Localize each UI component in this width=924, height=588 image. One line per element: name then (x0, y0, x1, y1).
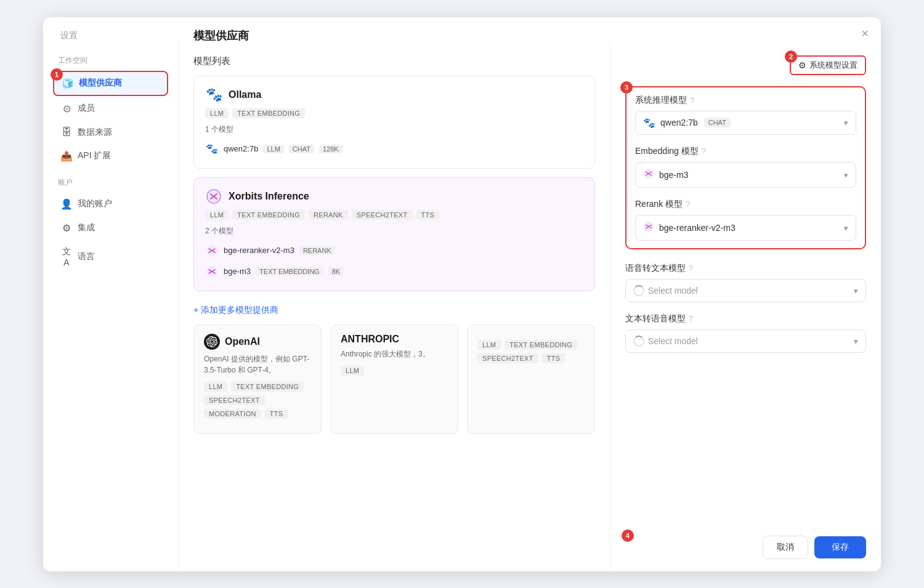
modal-body: 工作空间 1 🧊 模型供应商 ⊙ 成员 🗄 数据来源 📤 API 扩展 账户 (43, 43, 881, 571)
xorbits-tag-tts: TTS (416, 210, 440, 220)
openai-tag-llm: LLM (204, 382, 227, 392)
sidebar-item-label-members: 成员 (78, 103, 95, 114)
anthropic-card: ANTHROPIC Anthropic 的强大模型，3。 LLM (330, 324, 458, 434)
save-button[interactable]: 保存 (814, 536, 866, 558)
inference-model-select-wrapper[interactable]: 🐾 qwen2:7b CHAT ▾ (635, 111, 856, 135)
text2speech-help-icon[interactable]: ? (689, 314, 693, 323)
bge-m3-icon (205, 265, 219, 278)
sys-model-settings-btn[interactable]: 2 ⚙ 系统模型设置 (790, 55, 866, 75)
badge-1: 1 (51, 68, 63, 81)
third-tag-speech2text: SPEECH2TEXT (477, 353, 538, 363)
sidebar-item-language[interactable]: 文A 语言 (53, 241, 168, 273)
main-content: 模型列表 🐾 Ollama LLM TEXT EMBEDDING 1 个模型 🐾… (179, 43, 610, 571)
close-button[interactable]: × (861, 27, 869, 39)
third-tags: LLM TEXT EMBEDDING SPEECH2TEXT TTS (477, 340, 585, 363)
ollama-header: 🐾 Ollama (205, 86, 583, 103)
sidebar: 工作空间 1 🧊 模型供应商 ⊙ 成员 🗄 数据来源 📤 API 扩展 账户 (43, 43, 179, 571)
embedding-model-select-wrapper[interactable]: bge-m3 ▾ (635, 162, 856, 188)
add-more-link[interactable]: + 添加更多模型提供商 (193, 305, 595, 316)
qwen-tag-128k: 128K (319, 145, 342, 153)
xorbits-icon (205, 188, 222, 205)
inference-chevron-icon: ▾ (844, 118, 848, 127)
account-label: 账户 (53, 177, 168, 188)
modal-header: 设置 模型供应商 × (43, 17, 881, 43)
right-panel: 2 ⚙ 系统模型设置 3 系统推理模型 ? 🐾 (610, 43, 881, 571)
rerank-model-label: bge-reranker-v2-m3 (659, 223, 736, 233)
qwen-tag-llm: LLM (263, 145, 283, 153)
xorbits-tag-speech2text: SPEECH2TEXT (352, 210, 413, 220)
sidebar-item-integration[interactable]: ⚙ 集成 (53, 217, 168, 240)
rerank-chevron-icon: ▾ (844, 223, 848, 232)
qwen-tag-chat: CHAT (289, 145, 314, 153)
speech2text-placeholder: Select model (633, 285, 698, 296)
text2speech-select-wrapper[interactable]: Select model ▾ (625, 329, 866, 353)
text2speech-section: 文本转语音模型 ? Select model ▾ (625, 313, 866, 353)
embedding-model-label: bge-m3 (659, 170, 688, 180)
inference-model-select[interactable]: 🐾 qwen2:7b CHAT ▾ (635, 111, 856, 135)
inference-model-icon: 🐾 (643, 117, 655, 129)
model-list-title: 模型列表 (193, 55, 595, 67)
xorbits-card: Xorbits Inference LLM TEXT EMBEDDING RER… (193, 177, 595, 291)
text2speech-spinner (633, 336, 644, 347)
xorbits-tag-llm: LLM (205, 210, 229, 220)
ollama-tag-llm: LLM (205, 108, 229, 118)
settings-modal: 设置 模型供应商 × 工作空间 1 🧊 模型供应商 ⊙ 成员 🗄 数据来源 📤 (43, 17, 881, 571)
sidebar-item-model-provider[interactable]: 1 🧊 模型供应商 (53, 71, 168, 96)
text2speech-placeholder-text: Select model (648, 336, 698, 346)
openai-header: OpenAI (204, 334, 311, 350)
anthropic-desc: Anthropic 的强大模型，3。 (341, 348, 448, 360)
sidebar-item-api-extend[interactable]: 📤 API 扩展 (53, 145, 168, 167)
xorbits-tag-text-embedding: TEXT EMBEDDING (232, 210, 305, 220)
my-account-icon: 👤 (60, 198, 73, 210)
speech2text-spinner (633, 285, 644, 296)
bge-reranker-tag-rerank: RERANK (299, 246, 335, 255)
members-icon: ⊙ (60, 103, 73, 115)
xorbits-tag-rerank: RERANK (309, 210, 348, 220)
inference-help-icon[interactable]: ? (690, 95, 694, 105)
rerank-label-row: Rerank 模型 ? (635, 199, 856, 210)
badge-3: 3 (620, 81, 633, 94)
speech2text-placeholder-text: Select model (648, 286, 698, 296)
embedding-model-select[interactable]: bge-m3 ▾ (635, 162, 856, 188)
speech2text-label-row: 语音转文本模型 ? (625, 263, 866, 274)
sidebar-item-datasource[interactable]: 🗄 数据来源 (53, 121, 168, 143)
integration-icon: ⚙ (60, 222, 73, 234)
xorbits-tags: LLM TEXT EMBEDDING RERANK SPEECH2TEXT TT… (205, 210, 583, 220)
sidebar-item-label-my-account: 我的账户 (78, 198, 112, 209)
modal-title: 模型供应商 (193, 28, 249, 43)
sidebar-item-members[interactable]: ⊙ 成员 (53, 97, 168, 120)
openai-tags: LLM TEXT EMBEDDING SPEECH2TEXT MODERATIO… (204, 382, 311, 419)
right-panel-header: 2 ⚙ 系统模型设置 (625, 55, 866, 75)
embedding-help-icon[interactable]: ? (702, 147, 706, 156)
rerank-help-icon[interactable]: ? (686, 199, 690, 209)
text2speech-select[interactable]: Select model ▾ (625, 329, 866, 353)
speech2text-select[interactable]: Select model ▾ (625, 279, 866, 302)
text2speech-placeholder: Select model (633, 336, 698, 347)
sidebar-item-label-language: 语言 (78, 251, 95, 262)
rerank-model-select-wrapper[interactable]: bge-reranker-v2-m3 ▾ (635, 215, 856, 241)
settings-label: 设置 (60, 30, 78, 40)
gear-icon: ⚙ (798, 60, 806, 70)
sidebar-item-my-account[interactable]: 👤 我的账户 (53, 193, 168, 215)
bge-reranker-name: bge-reranker-v2-m3 (224, 246, 294, 255)
rerank-label: Rerank 模型 (635, 199, 683, 210)
inference-model-section: 系统推理模型 ? 🐾 qwen2:7b CHAT ▾ (635, 95, 856, 135)
xorbits-model-row-2: bge-m3 TEXT EMBEDDING 8K (205, 262, 583, 281)
embedding-model-name: bge-m3 (659, 170, 688, 180)
openai-desc: OpenAI 提供的模型，例如 GPT-3.5-Turbo 和 GPT-4。 (204, 353, 311, 376)
embedding-label-row: Embedding 模型 ? (635, 146, 856, 157)
anthropic-tags: LLM (341, 366, 448, 376)
sidebar-item-label-datasource: 数据来源 (78, 127, 112, 138)
sys-model-btn-label: 系统模型设置 (809, 60, 857, 71)
workspace-label: 工作空间 (53, 55, 168, 66)
speech2text-select-wrapper[interactable]: Select model ▾ (625, 279, 866, 302)
rerank-model-select[interactable]: bge-reranker-v2-m3 ▾ (635, 215, 856, 241)
ollama-model-count: 1 个模型 (205, 124, 583, 135)
openai-tag-text-embedding: TEXT EMBEDDING (231, 382, 304, 392)
ollama-tags: LLM TEXT EMBEDDING (205, 108, 583, 118)
qwen-name: qwen2:7b (224, 144, 258, 153)
anthropic-name: ANTHROPIC (341, 334, 399, 345)
embedding-model-icon (643, 168, 654, 182)
cancel-button[interactable]: 取消 (763, 536, 808, 559)
speech2text-help-icon[interactable]: ? (689, 264, 693, 273)
